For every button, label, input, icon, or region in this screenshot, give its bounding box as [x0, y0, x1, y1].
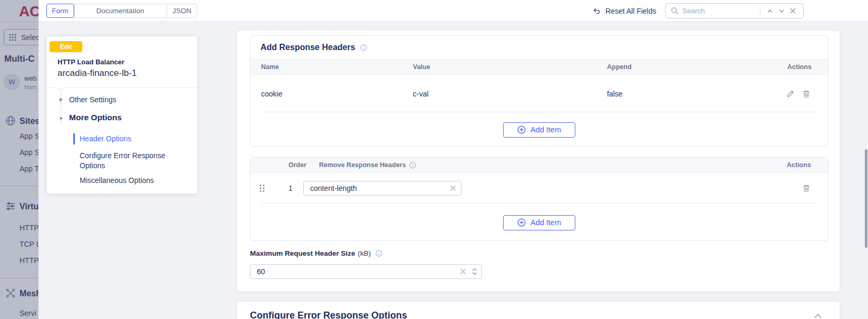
- collapse-chevron-icon[interactable]: [814, 313, 822, 318]
- tab-json[interactable]: JSON: [167, 4, 197, 17]
- search-input[interactable]: [682, 7, 759, 15]
- nav-item-more-options[interactable]: More Options: [69, 113, 122, 122]
- column-header-remove-response-headers: Remove Response Headers: [319, 161, 416, 169]
- clear-input-icon[interactable]: [458, 268, 471, 275]
- column-header-actions: Actions: [787, 161, 811, 169]
- stepper-down-icon: [472, 272, 477, 275]
- view-tab-group: Form Documentation JSON: [46, 4, 197, 18]
- nav-item-miscellaneous-options[interactable]: Miscellaneous Options: [80, 176, 154, 185]
- search-next-button[interactable]: [776, 8, 787, 14]
- nav-item-other-settings[interactable]: Other Settings: [69, 95, 117, 104]
- reset-all-fields-button[interactable]: Reset All Fields: [592, 0, 656, 22]
- search-close-button[interactable]: [787, 8, 798, 14]
- column-header-name: Name: [261, 63, 279, 71]
- vertical-scrollbar-thumb[interactable]: [865, 149, 867, 248]
- tree-notch: [57, 84, 64, 91]
- info-icon[interactable]: [409, 162, 416, 169]
- add-item-row: Add Item: [250, 204, 828, 241]
- table-header-row: Name Value Append Actions: [250, 59, 828, 75]
- drag-handle[interactable]: [258, 183, 266, 193]
- edit-badge: Edit: [50, 41, 82, 52]
- delete-row-trash-icon[interactable]: [802, 184, 811, 192]
- add-item-button[interactable]: Add Item: [503, 215, 575, 230]
- clear-input-icon[interactable]: [448, 185, 461, 191]
- max-request-header-size-input-wrap: [250, 264, 482, 279]
- cell-value: c-val: [413, 90, 429, 98]
- add-item-row: Add Item: [250, 112, 828, 147]
- form-nav-card: Edit HTTP Load Balancer arcadia-finance-…: [46, 36, 198, 194]
- tree-divider: [47, 88, 197, 88]
- active-item-indicator: [73, 133, 75, 144]
- remove-header-input-wrap: [303, 181, 461, 196]
- add-response-headers-title: Add Response Headers: [261, 43, 355, 52]
- object-type-label: HTTP Load Balancer: [57, 58, 124, 66]
- add-response-headers-title-row: Add Response Headers: [250, 36, 828, 59]
- cell-append: false: [607, 90, 623, 98]
- number-stepper[interactable]: [471, 268, 481, 275]
- search-icon: [671, 7, 679, 15]
- plus-circle-icon: [517, 125, 526, 134]
- delete-row-trash-icon[interactable]: [802, 90, 811, 98]
- header-options-card: Add Response Headers Name Value Append A…: [237, 30, 840, 292]
- stepper-up-icon: [472, 268, 477, 271]
- cell-order: 1: [288, 184, 293, 192]
- column-header-append: Append: [607, 63, 632, 71]
- add-item-label: Add Item: [531, 125, 561, 134]
- remove-header-input[interactable]: [304, 184, 448, 192]
- edit-row-pencil-icon[interactable]: [786, 90, 795, 98]
- table-row: 1: [250, 173, 828, 204]
- modal-backdrop: [0, 0, 38, 319]
- add-item-label: Add Item: [531, 218, 561, 227]
- column-header-actions: Actions: [787, 63, 812, 71]
- cell-name: cookie: [261, 90, 282, 98]
- tab-documentation[interactable]: Documentation: [74, 4, 167, 17]
- plus-circle-icon: [517, 218, 526, 227]
- remove-response-headers-table: Order Remove Response Headers Actions 1: [250, 157, 828, 241]
- add-response-headers-table: Add Response Headers Name Value Append A…: [250, 35, 828, 147]
- info-icon[interactable]: [375, 250, 382, 257]
- nav-item-configure-error-response[interactable]: Configure Error Response Options: [80, 151, 172, 171]
- tree-arrow-icon: ▸: [60, 115, 63, 121]
- info-icon[interactable]: [360, 44, 367, 51]
- nav-item-header-options[interactable]: Header Options: [80, 134, 131, 143]
- add-item-button[interactable]: Add Item: [503, 122, 575, 138]
- max-request-header-size-label: Maximum Request Header Size (kB): [250, 249, 382, 257]
- column-header-value: Value: [413, 63, 430, 71]
- modal-topbar: Form Documentation JSON Reset All Fields: [38, 0, 868, 22]
- object-name: arcadia-finance-lb-1: [57, 68, 137, 79]
- search-separator: [760, 7, 760, 15]
- search-box: [666, 3, 804, 18]
- reset-all-fields-label: Reset All Fields: [605, 7, 656, 15]
- column-header-order: Order: [288, 161, 306, 169]
- tree-bullet-icon: [59, 98, 62, 101]
- search-prev-button[interactable]: [764, 8, 776, 14]
- table-header-row: Order Remove Response Headers Actions: [250, 158, 828, 173]
- edit-modal: Form Documentation JSON Reset All Fields: [38, 0, 868, 319]
- max-request-header-size-input[interactable]: [250, 267, 458, 276]
- undo-icon: [592, 6, 601, 15]
- background-app: AC Selec Multi-C W web Nam Sites App S A…: [0, 0, 38, 319]
- tab-form[interactable]: Form: [47, 4, 74, 17]
- configure-error-response-title: Configure Error Response Options: [250, 310, 407, 319]
- configure-error-response-card: Configure Error Response Options: [237, 301, 840, 319]
- table-row: cookie c-val false: [250, 75, 828, 112]
